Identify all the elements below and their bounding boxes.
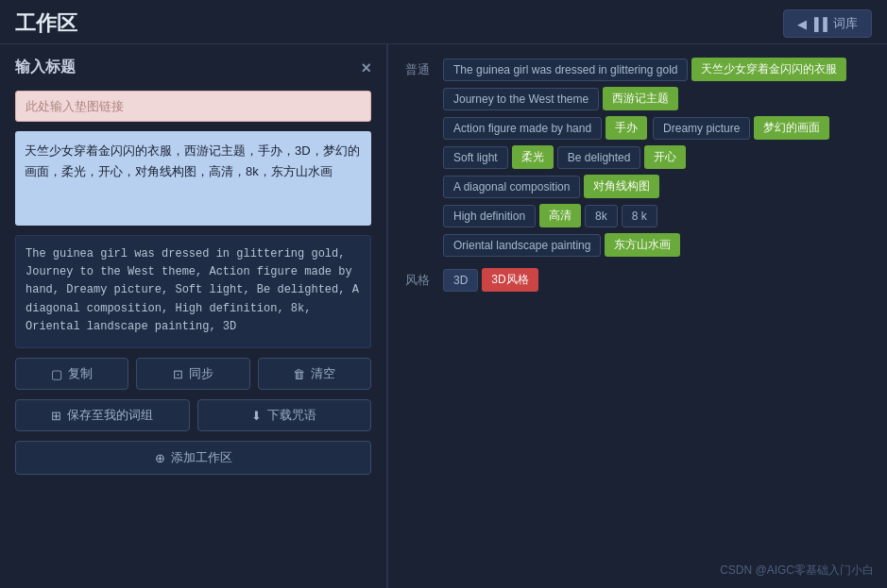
clear-button[interactable]: 🗑 清空 [258,358,371,390]
tag-zh-hd[interactable]: 高清 [539,204,581,227]
tag-group-3: Action figure made by hand 手办 [443,116,647,140]
tag-en-action[interactable]: Action figure made by hand [443,117,602,140]
vocab-button[interactable]: ◀ ▐▐ 词库 [783,9,872,38]
vocab-icon: ◀ ▐▐ [797,17,827,31]
download-button[interactable]: ⬇ 下载咒语 [197,399,372,431]
header: 工作区 ◀ ▐▐ 词库 [0,0,887,44]
tags-regular: The guinea girl was dressed in glitterin… [443,58,870,257]
tag-zh-journey[interactable]: 西游记主题 [603,87,678,110]
tag-zh-action[interactable]: 手办 [606,116,647,140]
tags-style: 3D 3D风格 [443,268,870,292]
tag-group-5: Soft light 柔光 Be delighted 开心 [443,145,686,169]
tag-en-oriental[interactable]: Oriental landscape painting [443,234,601,257]
url-input[interactable] [15,91,371,122]
tag-en-8k-space[interactable]: 8 k [622,205,657,227]
right-panel: 普通 The guinea girl was dressed in glitte… [388,44,887,588]
tag-group-1: The guinea girl was dressed in glitterin… [443,58,846,81]
tag-en-dreamy[interactable]: Dreamy picture [653,117,750,140]
tag-en-guinea[interactable]: The guinea girl was dressed in glitterin… [443,59,688,81]
section-title-label: 输入标题 [15,58,76,77]
tag-en-diagonal[interactable]: A diagonal composition [443,176,580,198]
tag-group-2: Journey to the West theme 西游记主题 [443,87,678,110]
left-panel: 输入标题 × 天竺少女穿着金闪闪的衣服，西游记主题，手办，3D，梦幻的画面，柔光… [0,44,387,588]
tag-en-8k[interactable]: 8k [585,205,618,227]
add-icon: ⊕ [155,451,165,465]
save-icon: ⊞ [51,409,61,423]
tag-group-4: Dreamy picture 梦幻的画面 [653,116,829,140]
main-layout: 输入标题 × 天竺少女穿着金闪闪的衣服，西游记主题，手办，3D，梦幻的画面，柔光… [0,44,887,588]
prompt-output: The guinea girl was dressed in glitterin… [15,235,371,348]
action-buttons-row2: ⊞ 保存至我的词组 ⬇ 下载咒语 [15,399,371,431]
tag-zh-dreamy[interactable]: 梦幻的画面 [754,116,829,140]
action-buttons-row1: ▢ 复制 ⊡ 同步 🗑 清空 [15,358,371,390]
add-workspace-button[interactable]: ⊕ 添加工作区 [15,441,371,475]
sync-icon: ⊡ [173,367,183,381]
save-group-button[interactable]: ⊞ 保存至我的词组 [15,399,190,431]
tag-zh-diagonal[interactable]: 对角线构图 [584,175,659,198]
vocab-label: 词库 [833,15,858,32]
tag-group-7: High definition 高清 8k 8 k [443,204,657,227]
tag-group-3d: 3D 3D风格 [443,268,538,292]
tag-en-delighted[interactable]: Be delighted [557,146,641,169]
tag-zh-guinea[interactable]: 天竺少女穿着金闪闪的衣服 [691,58,846,81]
download-icon: ⬇ [251,409,262,423]
category-label-style: 风格 [405,268,434,289]
trash-icon: 🗑 [293,367,305,381]
category-regular: 普通 The guinea girl was dressed in glitte… [405,58,870,257]
close-button[interactable]: × [361,59,371,76]
category-style: 风格 3D 3D风格 [405,268,870,292]
tag-group-6: A diagonal composition 对角线构图 [443,175,659,198]
tags-display: 天竺少女穿着金闪闪的衣服，西游记主题，手办，3D，梦幻的画面，柔光，开心，对角线… [15,131,371,226]
tag-en-soft[interactable]: Soft light [443,146,508,169]
section-header: 输入标题 × [15,58,371,77]
tag-zh-delighted[interactable]: 开心 [644,145,686,169]
tag-group-8: Oriental landscape painting 东方山水画 [443,233,680,257]
sync-button[interactable]: ⊡ 同步 [136,358,249,390]
footer-credit: CSDN @AIGC零基础入门小白 [720,563,874,579]
tag-zh-soft[interactable]: 柔光 [512,145,554,169]
copy-button[interactable]: ▢ 复制 [15,358,128,390]
tag-en-3d[interactable]: 3D [443,269,478,292]
tag-en-hd[interactable]: High definition [443,205,536,227]
category-label-regular: 普通 [405,58,434,78]
page-title: 工作区 [15,9,77,38]
copy-icon: ▢ [51,367,62,381]
tag-zh-3d[interactable]: 3D风格 [482,268,537,292]
tag-en-journey[interactable]: Journey to the West theme [443,88,599,110]
tag-zh-oriental[interactable]: 东方山水画 [605,233,680,257]
